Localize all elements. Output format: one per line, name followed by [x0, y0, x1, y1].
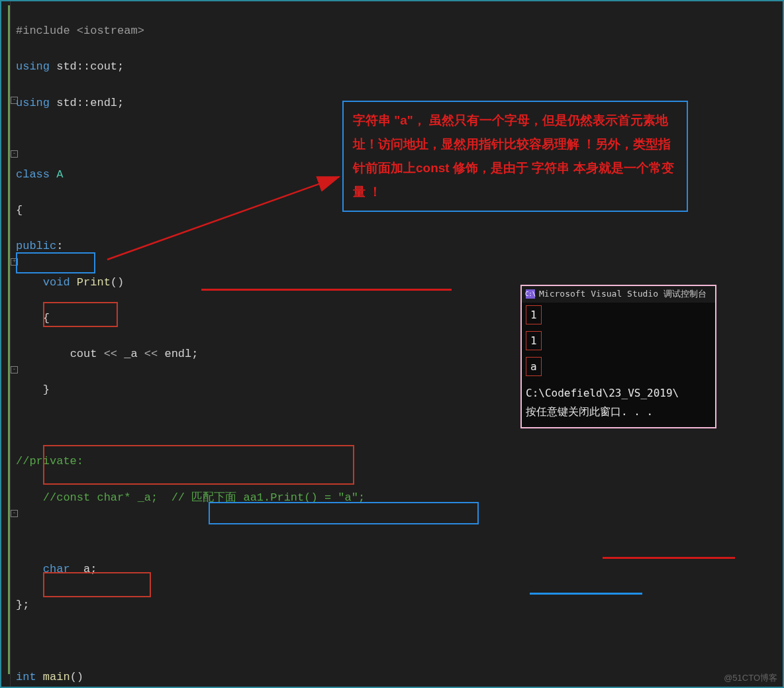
gutter [1, 1, 11, 687]
watermark: @51CTO博客 [724, 671, 777, 685]
underline-addr [603, 557, 735, 559]
underline-match [201, 289, 452, 291]
console-output: 1 1 a C:\Codefield\23_VS_2019\ 按任意键关闭此窗口… [522, 303, 715, 427]
annotation-text: 字符串 "a"， 虽然只有一个字母，但是仍然表示首元素地址！访问地址，显然用指针… [353, 113, 674, 199]
underline-char [530, 593, 642, 595]
annotation-box: 字符串 "a"， 虽然只有一个字母，但是仍然表示首元素地址！访问地址，显然用指针… [342, 101, 688, 212]
vs-icon: C:\ [526, 289, 535, 299]
debug-console: C:\ Microsoft Visual Studio 调试控制台 1 1 a … [520, 285, 716, 428]
code-line: #include <iostream> [16, 25, 144, 37]
console-title-text: Microsoft Visual Studio 调试控制台 [539, 287, 707, 301]
console-titlebar: C:\ Microsoft Visual Studio 调试控制台 [522, 286, 715, 303]
